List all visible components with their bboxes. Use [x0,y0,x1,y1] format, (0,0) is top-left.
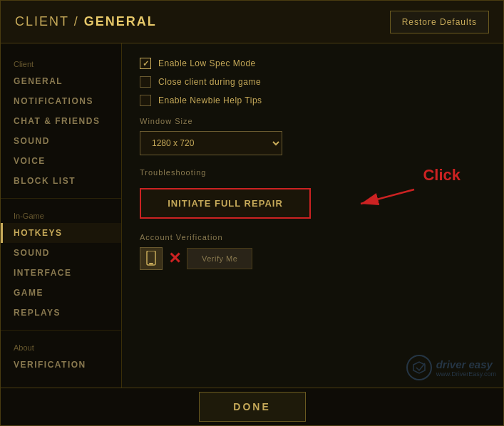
sidebar-item-hotkeys[interactable]: HOTKEYS [1,223,121,243]
account-verification-section: Account Verification ✕ Verify Me [140,233,485,270]
sidebar-divider-2 [1,330,121,331]
checkbox-row-close-client: Close client during game [140,76,485,88]
page-title-main: GENERAL [84,14,157,28]
sidebar-section-ingame: In-Game [1,206,121,223]
checkbox-close-client-label: Close client during game [158,77,261,87]
app-window: CLIENT / GENERAL Restore Defaults Client… [0,0,504,426]
troubleshooting-section: Troubleshooting Initiate Full Repair [140,168,485,219]
sidebar-item-game[interactable]: GAME [1,283,121,303]
sidebar-item-general[interactable]: GENERAL [1,71,121,91]
window-size-label: Window Size [140,117,485,125]
main-content: Client GENERAL NOTIFICATIONS CHAT & FRIE… [1,43,503,388]
sidebar-item-sound-ingame[interactable]: SOUND [1,243,121,263]
sidebar-item-block-list[interactable]: BLOCK LIST [1,171,121,191]
footer: DONE [1,388,503,425]
x-icon: ✕ [168,249,181,268]
watermark: driver easy www.DriverEasy.com [406,355,496,380]
sidebar-item-replays[interactable]: REPLAYS [1,303,121,323]
sidebar-section-about: About [1,338,121,355]
troubleshooting-label: Troubleshooting [140,168,485,177]
checkbox-row-newbie-help: Enable Newbie Help Tips [140,95,485,106]
checkbox-newbie-help-label: Enable Newbie Help Tips [158,95,262,105]
sidebar-item-notifications[interactable]: NOTIFICATIONS [1,91,121,111]
checkbox-newbie-help[interactable] [140,95,151,106]
phone-icon [140,247,163,270]
header: CLIENT / GENERAL Restore Defaults [1,1,503,43]
sidebar-item-chat-friends[interactable]: CHAT & FRIENDS [1,111,121,131]
checkbox-low-spec[interactable] [140,58,151,69]
sidebar: Client GENERAL NOTIFICATIONS CHAT & FRIE… [1,43,122,388]
sidebar-section-client: Client [1,54,121,71]
svg-rect-3 [149,263,153,264]
watermark-brand: driver easy [436,358,496,370]
account-verification-label: Account Verification [140,233,485,241]
sidebar-item-interface[interactable]: INTERFACE [1,263,121,283]
done-button[interactable]: DONE [199,392,306,422]
content-panel: Enable Low Spec Mode Close client during… [122,43,503,388]
sidebar-item-voice[interactable]: VOICE [1,151,121,171]
checkbox-low-spec-label: Enable Low Spec Mode [158,58,256,68]
svg-point-4 [407,355,431,380]
window-size-select[interactable]: 1280 x 720 1920 x 1080 1600 x 900 1024 x… [140,131,282,155]
account-icons: ✕ Verify Me [140,247,485,270]
initiate-repair-button[interactable]: Initiate Full Repair [140,188,311,219]
checkbox-close-client[interactable] [140,76,151,88]
sidebar-divider [1,198,121,199]
checkbox-row-low-spec: Enable Low Spec Mode [140,58,485,69]
sidebar-item-verification[interactable]: VERIFICATION [1,355,121,375]
restore-defaults-button[interactable]: Restore Defaults [390,11,489,33]
sidebar-item-sound[interactable]: SOUND [1,131,121,151]
watermark-url: www.DriverEasy.com [436,370,496,378]
verify-me-button[interactable]: Verify Me [187,248,252,269]
page-title-prefix: CLIENT / [15,14,84,28]
page-title: CLIENT / GENERAL [15,14,157,29]
